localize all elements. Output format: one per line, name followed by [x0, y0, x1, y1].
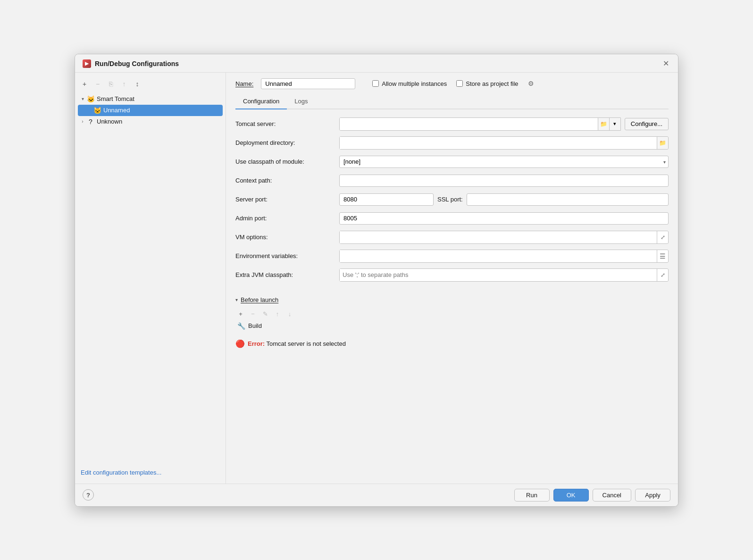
tabs: Configuration Logs — [235, 95, 669, 109]
error-row: 🔴 Error: Tomcat server is not selected — [235, 336, 669, 351]
context-path-label: Context path: — [235, 177, 339, 184]
vm-options-control: ⤢ — [339, 231, 669, 244]
classpath-module-select[interactable]: [none] — [339, 156, 669, 168]
copy-config-button[interactable]: ⎘ — [105, 78, 117, 90]
unknown-icon: ? — [86, 117, 95, 126]
sidebar-footer: Edit configuration templates... — [75, 465, 226, 480]
classpath-module-row: Use classpath of module: [none] ▾ — [235, 155, 669, 169]
name-input[interactable] — [261, 78, 355, 89]
allow-multiple-instances-input[interactable] — [372, 80, 379, 87]
before-launch-up-button[interactable]: ↑ — [272, 309, 283, 319]
error-label: Error: — [248, 340, 265, 347]
expand-icon: ▾ — [79, 95, 86, 103]
unnamed-icon: 🐱 — [93, 106, 101, 115]
classpath-module-control: [none] ▾ — [339, 156, 669, 168]
deployment-directory-control: 📁 — [339, 136, 669, 150]
ssl-port-label: SSL port: — [437, 196, 463, 203]
tomcat-server-row: Tomcat server: 📁 ▾ Configure... — [235, 117, 669, 131]
configure-button[interactable]: Configure... — [625, 118, 669, 130]
before-launch-toolbar: + − ✎ ↑ ↓ — [235, 307, 669, 321]
server-port-row: Server port: SSL port: — [235, 192, 669, 207]
unknown-label: Unknown — [97, 118, 122, 125]
dialog-title: Run/Debug Configurations — [95, 60, 179, 67]
before-launch-edit-button[interactable]: ✎ — [260, 309, 270, 319]
admin-port-control — [339, 212, 669, 225]
add-config-button[interactable]: + — [79, 78, 90, 90]
deployment-directory-label: Deployment directory: — [235, 139, 339, 146]
admin-port-label: Admin port: — [235, 215, 339, 222]
env-variables-control: ☰ — [339, 250, 669, 263]
build-label: Build — [248, 322, 262, 329]
context-path-row: Context path: — [235, 174, 669, 188]
before-launch-add-button[interactable]: + — [235, 309, 246, 319]
tree-item-unnamed[interactable]: 🐱 Unnamed — [78, 105, 223, 116]
deployment-directory-input[interactable] — [340, 137, 657, 149]
vm-options-expand-button[interactable]: ⤢ — [657, 231, 668, 243]
edit-templates-link[interactable]: Edit configuration templates... — [81, 469, 161, 476]
main-content: + − ⎘ ↑ ↕ ▾ 🐱 Smart Tomcat 🐱 Unnamed › ?… — [75, 73, 678, 484]
classpath-module-label: Use classpath of module: — [235, 158, 339, 165]
before-launch-collapse-icon[interactable]: ▾ — [235, 297, 238, 302]
tomcat-server-input[interactable] — [340, 118, 598, 130]
extra-jvm-expand-button[interactable]: ⤢ — [657, 269, 668, 281]
tab-configuration[interactable]: Configuration — [235, 95, 287, 109]
tomcat-input-wrapper: 📁 ▾ — [339, 117, 621, 131]
smart-tomcat-label: Smart Tomcat — [97, 95, 134, 102]
error-icon: 🔴 — [235, 339, 245, 348]
before-launch-down-button[interactable]: ↓ — [284, 309, 295, 319]
env-variables-input[interactable] — [340, 250, 657, 262]
ok-button[interactable]: OK — [553, 489, 589, 501]
help-button[interactable]: ? — [83, 489, 94, 501]
title-bar: ▶ Run/Debug Configurations ✕ — [75, 54, 678, 73]
before-launch-remove-button[interactable]: − — [248, 309, 258, 319]
deployment-folder-button[interactable]: 📁 — [657, 137, 668, 149]
unknown-expand-icon: › — [79, 118, 86, 125]
deployment-directory-row: Deployment directory: 📁 — [235, 136, 669, 150]
extra-jvm-input[interactable] — [340, 269, 657, 281]
server-port-input[interactable] — [339, 193, 434, 206]
move-config-button[interactable]: ↑ — [118, 78, 130, 90]
tree-group-smart-tomcat[interactable]: ▾ 🐱 Smart Tomcat — [75, 93, 226, 105]
ssl-port-input[interactable] — [467, 193, 669, 206]
vm-options-label: VM options: — [235, 234, 339, 241]
close-button[interactable]: ✕ — [661, 59, 670, 68]
run-button[interactable]: Run — [514, 489, 550, 501]
tomcat-dropdown-button[interactable]: ▾ — [609, 118, 620, 130]
sort-config-button[interactable]: ↕ — [132, 78, 143, 90]
vm-options-input[interactable] — [340, 231, 657, 243]
env-variables-edit-button[interactable]: ☰ — [657, 250, 668, 262]
allow-multiple-instances-label: Allow multiple instances — [382, 80, 447, 87]
tab-logs[interactable]: Logs — [287, 95, 315, 109]
before-launch-label: Before launch — [241, 296, 278, 303]
dialog-footer: ? Run OK Cancel Apply — [75, 484, 678, 506]
tomcat-folder-button[interactable]: 📁 — [598, 118, 609, 130]
store-as-project-file-checkbox[interactable]: Store as project file — [456, 80, 518, 87]
sidebar: + − ⎘ ↑ ↕ ▾ 🐱 Smart Tomcat 🐱 Unnamed › ?… — [75, 73, 226, 484]
server-port-label: Server port: — [235, 196, 339, 203]
before-launch-section: ▾ Before launch + − ✎ ↑ ↓ 🔧 Build — [235, 296, 669, 331]
apply-button[interactable]: Apply — [635, 489, 670, 501]
env-variables-row: Environment variables: ☰ — [235, 249, 669, 263]
allow-multiple-instances-checkbox[interactable]: Allow multiple instances — [372, 80, 447, 87]
admin-port-row: Admin port: — [235, 211, 669, 226]
error-text: Error: Tomcat server is not selected — [248, 340, 346, 347]
extra-jvm-control: ⤢ — [339, 268, 669, 282]
store-as-project-file-input[interactable] — [456, 80, 463, 87]
tree-group-unknown[interactable]: › ? Unknown — [75, 116, 226, 127]
name-row: Name: Allow multiple instances Store as … — [235, 78, 669, 89]
build-icon: 🔧 — [237, 322, 245, 330]
gear-icon[interactable]: ⚙ — [528, 80, 534, 87]
tomcat-server-control: 📁 ▾ Configure... — [339, 117, 669, 131]
sidebar-toolbar: + − ⎘ ↑ ↕ — [75, 76, 226, 93]
smart-tomcat-icon: 🐱 — [86, 95, 95, 103]
tomcat-server-label: Tomcat server: — [235, 120, 339, 127]
footer-buttons: Run OK Cancel Apply — [514, 489, 670, 501]
context-path-input[interactable] — [339, 175, 669, 187]
remove-config-button[interactable]: − — [92, 78, 103, 90]
cancel-button[interactable]: Cancel — [593, 489, 631, 501]
store-as-project-file-label: Store as project file — [466, 80, 518, 87]
context-path-control — [339, 175, 669, 187]
error-message: Tomcat server is not selected — [267, 340, 346, 347]
checkbox-group: Allow multiple instances Store as projec… — [372, 80, 534, 87]
admin-port-input[interactable] — [339, 212, 669, 225]
